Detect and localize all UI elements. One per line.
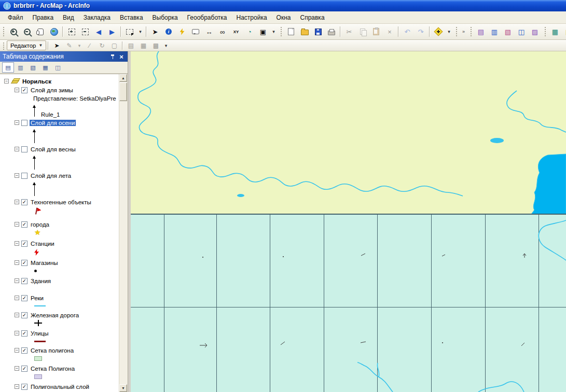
layer-row-polygonal-layer[interactable]: − ✓ Полигональный слой: [2, 382, 119, 391]
layer-name[interactable]: города: [30, 221, 50, 228]
layer-checkbox[interactable]: ✓: [21, 199, 27, 205]
layer-row-rivers[interactable]: − ✓ Реки: [2, 293, 119, 302]
layer-checkbox[interactable]: [21, 120, 27, 126]
collapse-box[interactable]: −: [15, 200, 19, 204]
list-by-drawing-order-button[interactable]: ▤: [2, 62, 14, 73]
list-by-selection-button[interactable]: ▦: [39, 62, 51, 73]
edit-tool-button[interactable]: ➤: [50, 40, 63, 51]
cut-button[interactable]: ✂: [342, 25, 356, 38]
grid-tool-1[interactable]: ▦: [548, 25, 562, 38]
fixed-zoom-in-button[interactable]: [65, 25, 78, 38]
add-data-button[interactable]: [432, 25, 445, 38]
menu-geoprocessing[interactable]: Геообработка: [183, 12, 232, 23]
viewer-window-button[interactable]: ▣: [256, 25, 270, 38]
undo-button[interactable]: ↶: [401, 25, 414, 38]
toolbar-grip[interactable]: [2, 41, 5, 50]
trace-tool-button[interactable]: ▢: [108, 40, 120, 51]
layer-name[interactable]: Полигональный слой: [30, 384, 90, 390]
layer-checkbox[interactable]: ✓: [21, 221, 27, 228]
rotate-tool-button[interactable]: ↻: [95, 40, 108, 51]
layer-name[interactable]: Железная дорога: [30, 312, 80, 318]
select-features-button[interactable]: [123, 25, 136, 38]
zoom-out-button[interactable]: [20, 25, 34, 38]
print-button[interactable]: [325, 25, 338, 38]
hyperlink-button[interactable]: [175, 25, 189, 38]
collapse-box[interactable]: −: [15, 173, 19, 178]
collapse-box[interactable]: −: [15, 384, 19, 389]
collapse-box[interactable]: −: [15, 366, 19, 371]
editor-menu-button[interactable]: Редактор ▼: [7, 40, 46, 50]
layer-name[interactable]: Слой для весны: [30, 146, 77, 152]
layer-row-grid-polygon-1[interactable]: − ✓ Сетка полигона: [2, 346, 119, 355]
menu-bookmark[interactable]: Закладка: [79, 12, 115, 23]
layer-checkbox[interactable]: ✓: [21, 260, 27, 266]
layer-name[interactable]: Сетка Полигона: [30, 366, 76, 372]
layer-row-autumn[interactable]: − Слой для осени: [2, 118, 119, 127]
layer-name[interactable]: Станции: [30, 241, 56, 247]
scrollbar-thumb[interactable]: [119, 82, 127, 101]
collapse-box[interactable]: −: [15, 296, 19, 300]
title-bar[interactable]: brbrbrr - ArcMap - ArcInfo: [0, 0, 566, 11]
create-features-button[interactable]: ▩: [149, 40, 162, 51]
pin-icon[interactable]: [111, 54, 115, 60]
list-by-source-button[interactable]: ▥: [15, 62, 26, 73]
toolbar-grip[interactable]: [455, 26, 458, 37]
scroll-up-button[interactable]: ▲: [119, 74, 127, 82]
layer-checkbox[interactable]: [21, 146, 27, 152]
tools-toolbar-overflow[interactable]: ▾: [270, 25, 278, 38]
layer-row-technogenic[interactable]: − ✓ Техногенные объекты: [2, 198, 119, 206]
split-tool-button[interactable]: ∕: [83, 40, 95, 51]
layer-checkbox[interactable]: ✓: [21, 347, 27, 354]
menu-insert[interactable]: Вставка: [115, 12, 148, 23]
paste-button[interactable]: [369, 25, 383, 38]
menu-windows[interactable]: Окна: [272, 12, 296, 23]
layer-name[interactable]: Реки: [30, 295, 45, 301]
group-layer-norilsk[interactable]: − Норильск: [2, 77, 119, 86]
open-button[interactable]: [298, 25, 311, 38]
layer-row-spring[interactable]: − Слой для весны: [2, 145, 119, 153]
collapse-box[interactable]: −: [15, 348, 19, 353]
delete-button[interactable]: ×: [383, 25, 396, 38]
collapse-box[interactable]: −: [4, 79, 9, 83]
layer-name[interactable]: Слой для зимы: [30, 87, 74, 93]
layout-tool-2[interactable]: ▥: [488, 25, 501, 38]
menu-edit[interactable]: Правка: [28, 12, 59, 23]
layer-name[interactable]: Здания: [30, 278, 52, 284]
layer-name[interactable]: Слой для лета: [30, 173, 72, 179]
collapse-box[interactable]: −: [15, 147, 19, 151]
sketch-properties-button[interactable]: ▦: [137, 40, 149, 51]
redo-button[interactable]: ↷: [414, 25, 427, 38]
layer-name[interactable]: Магазины: [30, 260, 59, 266]
collapse-box[interactable]: −: [15, 313, 19, 317]
measure-button[interactable]: ↔: [202, 25, 216, 38]
collapse-box[interactable]: −: [15, 88, 19, 92]
fixed-zoom-out-button[interactable]: [78, 25, 92, 38]
collapse-box[interactable]: −: [15, 222, 19, 227]
toolbar-grip[interactable]: [544, 26, 546, 37]
layer-row-cities[interactable]: − ✓ города: [2, 220, 119, 229]
layer-checkbox[interactable]: ✓: [21, 241, 27, 247]
layer-name[interactable]: Улицы: [30, 330, 50, 337]
layer-checkbox[interactable]: ✓: [21, 366, 27, 372]
collapse-box[interactable]: −: [15, 278, 19, 283]
toolbar-grip[interactable]: [2, 26, 5, 37]
grid-tool-2[interactable]: ▩: [562, 25, 566, 38]
layer-row-railroad[interactable]: − ✓ Железная дорога: [2, 311, 119, 319]
toolbar-grip[interactable]: [470, 26, 472, 37]
layer-checkbox[interactable]: ✓: [21, 312, 27, 318]
forward-extent-button[interactable]: ▶: [105, 25, 119, 38]
layer-name[interactable]: Техногенные объекты: [30, 199, 92, 205]
collapse-box[interactable]: −: [15, 120, 19, 125]
menu-customize[interactable]: Настройка: [232, 12, 272, 23]
layer-row-streets[interactable]: − ✓ Улицы: [2, 329, 119, 338]
attributes-button[interactable]: ▤: [125, 40, 137, 51]
layout-tool-5[interactable]: ▨: [528, 25, 542, 38]
group-layer-name[interactable]: Норильск: [21, 78, 52, 85]
layer-checkbox[interactable]: ✓: [21, 278, 27, 284]
toc-options-button[interactable]: ◫: [52, 62, 64, 73]
menu-help[interactable]: Справка: [295, 12, 329, 23]
sketch-tool-button[interactable]: ✎: [63, 40, 75, 51]
identify-button[interactable]: i: [162, 25, 175, 38]
save-button[interactable]: [311, 25, 325, 38]
standard-toolbar-overflow[interactable]: »: [460, 25, 467, 38]
